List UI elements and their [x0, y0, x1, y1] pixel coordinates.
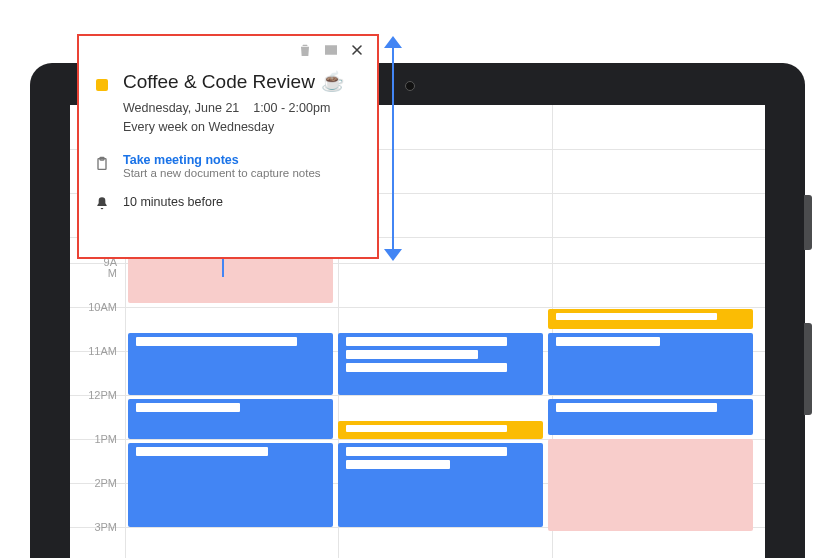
popup-anchor-line [222, 259, 224, 277]
time-label-2pm: 2PM [70, 477, 125, 520]
event-title-text: Coffee & Code Review [123, 71, 315, 93]
calendar-event[interactable] [548, 439, 753, 531]
event-title: Coffee & Code Review ☕ [123, 70, 365, 93]
calendar-event[interactable] [338, 333, 543, 395]
calendar-event[interactable] [548, 309, 753, 329]
time-label-3pm: 3PM [70, 521, 125, 558]
email-guests-button[interactable] [323, 42, 339, 62]
delete-event-button[interactable] [297, 42, 313, 62]
close-icon [349, 42, 365, 58]
take-meeting-notes-link[interactable]: Take meeting notes [123, 153, 365, 167]
time-label-10am: 10AM [70, 301, 125, 344]
tablet-bezel-left [30, 103, 70, 558]
calendar-event[interactable] [128, 333, 333, 395]
calendar-event[interactable] [338, 443, 543, 527]
time-label-1pm: 1PM [70, 433, 125, 476]
tablet-power-button[interactable] [804, 195, 812, 250]
mail-icon [323, 42, 339, 58]
calendar-event[interactable] [338, 421, 543, 439]
tablet-bezel-right [765, 103, 805, 558]
take-notes-subtext: Start a new document to capture notes [123, 167, 365, 179]
tablet-volume-button[interactable] [804, 323, 812, 415]
calendar-event[interactable] [548, 333, 753, 395]
time-label-9am: 9A M [70, 257, 125, 300]
time-label-12pm: 12PM [70, 389, 125, 432]
event-details-popup: Coffee & Code Review ☕ Wednesday, June 2… [77, 34, 379, 259]
clipboard-icon [93, 153, 111, 172]
chevron-down-icon [384, 249, 402, 261]
time-label-11am: 11AM [70, 345, 125, 388]
calendar-event[interactable] [548, 399, 753, 435]
bell-icon [93, 193, 111, 212]
calendar-event[interactable] [128, 399, 333, 439]
calendar-event[interactable] [128, 443, 333, 527]
close-popup-button[interactable] [349, 42, 365, 62]
event-recurrence: Every week on Wednesday [123, 120, 274, 134]
event-color-dot [96, 79, 108, 91]
event-reminder: 10 minutes before [123, 195, 365, 209]
tablet-camera [405, 81, 415, 91]
resize-indicator-arrow [384, 36, 402, 261]
event-datetime: Wednesday, June 21 1:00 - 2:00pm [123, 101, 330, 115]
trash-icon [297, 42, 313, 58]
coffee-emoji: ☕ [321, 70, 345, 93]
